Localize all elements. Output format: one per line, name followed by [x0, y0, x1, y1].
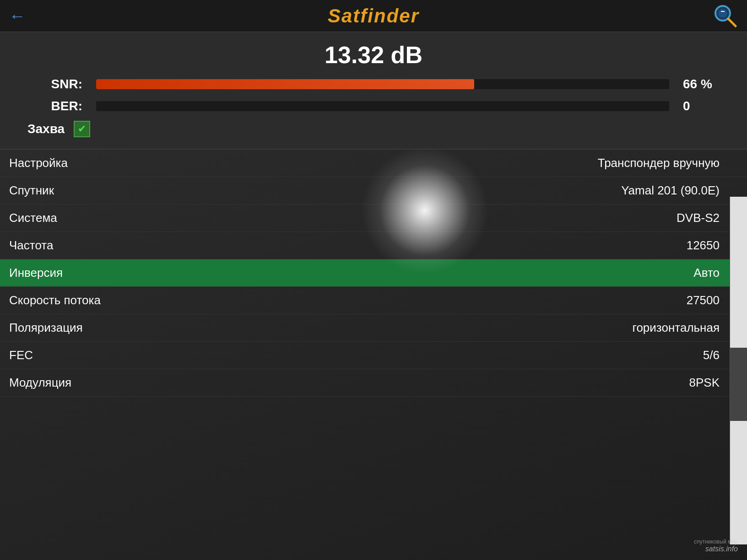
snr-row: SNR: 66 %: [27, 77, 720, 92]
settings-list: НастройкаТранспондер вручнуюСпутникYamal…: [0, 150, 747, 397]
settings-row[interactable]: НастройкаТранспондер вручную: [0, 150, 747, 177]
scrollbar-track[interactable]: [730, 197, 747, 544]
ber-value: 0: [683, 99, 720, 113]
settings-row[interactable]: Поляризациягоризонтальная: [0, 314, 747, 342]
row-label: Спутник: [9, 183, 54, 198]
app-title: Satfinder: [328, 5, 419, 27]
row-label: FEC: [9, 348, 33, 362]
row-label: Система: [9, 211, 57, 225]
row-label: Скорость потока: [9, 293, 101, 307]
ber-label: BER:: [27, 99, 82, 113]
watermark-line2: satsis.info: [705, 545, 738, 553]
row-label: Модуляция: [9, 376, 71, 390]
row-label: Инверсия: [9, 266, 63, 280]
settings-row[interactable]: Модуляция8PSK: [0, 369, 747, 397]
back-button[interactable]: ←: [9, 6, 26, 26]
svg-point-2: [718, 9, 727, 18]
check-icon: ✔: [78, 123, 86, 135]
settings-row[interactable]: Частота12650: [0, 232, 747, 259]
lock-checkbox[interactable]: ✔: [74, 121, 90, 137]
settings-row[interactable]: СистемаDVB-S2: [0, 205, 747, 232]
ber-row: BER: 0: [27, 99, 720, 113]
settings-row[interactable]: FEC5/6: [0, 342, 747, 369]
signal-area: 13.32 dB SNR: 66 % BER: 0 Захва ✔: [0, 32, 747, 150]
row-label: Частота: [9, 238, 53, 253]
db-display: 13.32 dB: [27, 41, 720, 69]
search-icon[interactable]: [713, 3, 738, 28]
main-screen: ← Satfinder 13.32 dB SNR: 66 % BER:: [0, 0, 747, 560]
watermark-line1: спутниковый мир: [694, 538, 738, 545]
snr-fill: [96, 79, 474, 89]
lock-label: Захва: [27, 122, 65, 136]
row-value: Yamal 201 (90.0E): [621, 183, 747, 198]
snr-label: SNR:: [27, 77, 82, 92]
top-bar: ← Satfinder: [0, 0, 747, 32]
lock-row: Захва ✔: [27, 121, 720, 137]
snr-bar: [96, 79, 669, 89]
snr-value: 66 %: [683, 77, 720, 92]
svg-line-1: [728, 19, 736, 26]
row-label: Настройка: [9, 156, 68, 170]
row-label: Поляризация: [9, 321, 83, 335]
watermark: спутниковый мир satsis.info: [694, 538, 738, 553]
settings-row[interactable]: СпутникYamal 201 (90.0E): [0, 177, 747, 205]
row-value: Транспондер вручную: [598, 156, 747, 170]
settings-row[interactable]: Скорость потока27500: [0, 287, 747, 314]
settings-row[interactable]: ИнверсияАвто: [0, 259, 747, 287]
ber-bar: [96, 101, 669, 111]
scrollbar-thumb[interactable]: [730, 348, 747, 421]
